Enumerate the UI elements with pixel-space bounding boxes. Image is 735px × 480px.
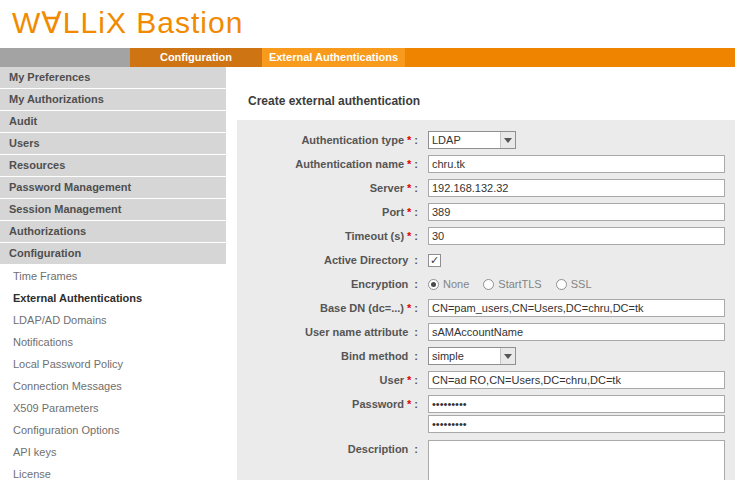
active-directory-checkbox[interactable]: ✓ (428, 254, 441, 267)
password-confirm-input[interactable] (428, 415, 725, 433)
form-row-authentication-name: Authentication name*: (245, 154, 730, 174)
label-colon: : (414, 398, 418, 410)
label-colon: : (414, 374, 418, 386)
required-asterisk: * (407, 230, 411, 242)
encryption-ssl-radio[interactable] (556, 279, 567, 290)
encryption-none-radio[interactable] (428, 279, 439, 290)
field-label: Timeout (s) (345, 230, 404, 242)
logo-inverted-a: ∀ (41, 6, 63, 39)
field-label: Active Directory (324, 254, 408, 266)
field-label: Encryption (351, 278, 408, 290)
label-colon: : (414, 230, 418, 242)
sidebar-item-audit[interactable]: Audit (0, 111, 226, 132)
required-asterisk: * (407, 398, 411, 410)
label-colon: : (414, 182, 418, 194)
sidebar-subitem-ldap-ad-domains[interactable]: LDAP/AD Domains (0, 309, 226, 331)
field-label: Port (382, 206, 404, 218)
field-label: Authentication type (301, 134, 404, 146)
sidebar-item-users[interactable]: Users (0, 133, 226, 154)
label-colon: : (414, 254, 418, 266)
sidebar-item-my-authorizations[interactable]: My Authorizations (0, 89, 226, 110)
sidebar-item-password-management[interactable]: Password Management (0, 177, 226, 198)
sidebar-item-configuration[interactable]: Configuration (0, 243, 226, 264)
label-colon: : (414, 158, 418, 170)
sidebar-item-resources[interactable]: Resources (0, 155, 226, 176)
password-input[interactable] (428, 395, 725, 413)
sidebar-subitem-time-frames[interactable]: Time Frames (0, 265, 226, 287)
required-asterisk: * (407, 206, 411, 218)
wallix-bastion-page: W∀LLiX Bastion Configuration External Au… (0, 0, 735, 480)
base-dn-input[interactable] (428, 299, 725, 317)
required-asterisk: * (407, 134, 411, 146)
encryption-ssl-label: SSL (571, 278, 592, 290)
authentication-name-input[interactable] (428, 155, 725, 173)
nav-bar: Configuration External Authentications (0, 48, 735, 67)
form-row-password: Password*: (245, 394, 730, 414)
tab-configuration[interactable]: Configuration (130, 48, 262, 67)
logo-llix: LLiX (63, 6, 127, 39)
label-colon: : (414, 278, 418, 290)
encryption-none-label: None (443, 278, 469, 290)
sidebar: My Preferences My Authorizations Audit U… (0, 67, 226, 480)
form-row-server: Server*: (245, 178, 730, 198)
server-input[interactable] (428, 179, 725, 197)
sidebar-subitem-x509-parameters[interactable]: X509 Parameters (0, 397, 226, 419)
sidebar-item-session-management[interactable]: Session Management (0, 199, 226, 220)
required-asterisk: * (407, 158, 411, 170)
form-row-timeout: Timeout (s)*: (245, 226, 730, 246)
required-asterisk: * (407, 302, 411, 314)
description-textarea[interactable] (428, 440, 725, 480)
tab-external-authentications[interactable]: External Authentications (262, 48, 405, 67)
sidebar-subitem-configuration-options[interactable]: Configuration Options (0, 419, 226, 441)
required-asterisk: * (407, 182, 411, 194)
sidebar-subitem-external-authentications[interactable]: External Authentications (0, 287, 226, 309)
sidebar-subitem-api-keys[interactable]: API keys (0, 441, 226, 463)
selected-option: LDAP (429, 134, 500, 146)
sidebar-subitem-notifications[interactable]: Notifications (0, 331, 226, 353)
header: W∀LLiX Bastion (0, 0, 735, 48)
timeout-input[interactable] (428, 227, 725, 245)
field-label: Password (352, 398, 404, 410)
form-row-user: User*: (245, 370, 730, 390)
port-input[interactable] (428, 203, 725, 221)
sidebar-subitem-local-password-policy[interactable]: Local Password Policy (0, 353, 226, 375)
sidebar-item-authorizations[interactable]: Authorizations (0, 221, 226, 242)
label-colon: : (414, 443, 418, 455)
form-row-active-directory: Active Directory: ✓ (245, 250, 730, 270)
wallix-logo: W∀LLiX Bastion (12, 5, 243, 40)
form-row-bind-method: Bind method: simple (245, 346, 730, 366)
label-colon: : (414, 302, 418, 314)
form-row-port: Port*: (245, 202, 730, 222)
sidebar-item-my-preferences[interactable]: My Preferences (0, 67, 226, 88)
label-colon: : (414, 134, 418, 146)
required-asterisk: * (407, 374, 411, 386)
user-name-attribute-input[interactable] (428, 323, 725, 341)
dropdown-arrow-icon (500, 348, 515, 364)
authentication-type-select[interactable]: LDAP (428, 131, 516, 149)
field-label: User name attribute (305, 326, 408, 338)
encryption-starttls-label: StartTLS (498, 278, 541, 290)
form-row-password-confirm (245, 414, 730, 434)
field-label: Bind method (341, 350, 408, 362)
user-input[interactable] (428, 371, 725, 389)
dropdown-arrow-icon (500, 132, 515, 148)
form-row-authentication-type: Authentication type*: LDAP (245, 130, 730, 150)
field-label: Base DN (dc=...) (320, 302, 404, 314)
form-row-encryption: Encryption: None StartTLS SSL (245, 274, 730, 294)
sidebar-subitem-license[interactable]: License (0, 463, 226, 480)
sidebar-subitem-connection-messages[interactable]: Connection Messages (0, 375, 226, 397)
label-colon: : (414, 350, 418, 362)
form-row-base-dn: Base DN (dc=...)*: (245, 298, 730, 318)
field-label: Server (370, 182, 404, 194)
label-colon: : (414, 326, 418, 338)
logo-w: W (12, 6, 41, 39)
field-label: Description (348, 443, 409, 455)
selected-option: simple (429, 350, 500, 362)
nav-gray-segment (0, 48, 130, 67)
form-row-description: Description: (245, 440, 730, 460)
field-label: User (380, 374, 404, 386)
page-title: Create external authentication (248, 94, 420, 108)
logo-product: Bastion (136, 6, 243, 39)
bind-method-select[interactable]: simple (428, 347, 516, 365)
encryption-starttls-radio[interactable] (483, 279, 494, 290)
